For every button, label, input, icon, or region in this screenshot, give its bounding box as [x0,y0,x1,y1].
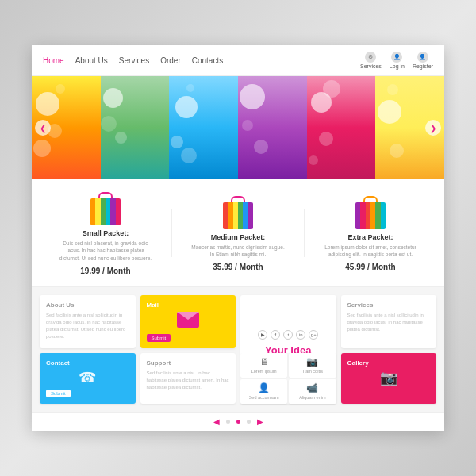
icon-mini-2[interactable]: 📷 Tiam coltis [289,353,336,378]
nav-services-icon[interactable]: ⚙ Services [360,52,382,69]
login-label: Log in [390,63,405,69]
bottom-nav: ◀ ▶ [32,412,444,431]
icon-mini-1[interactable]: 🖥 Lorem ipsum [240,353,287,378]
strip-4 [238,76,307,179]
social-icon-3[interactable]: t [283,330,293,340]
medium-packet-price: 35.99 / Month [213,263,263,271]
medium-packet-title: Medium Packet: [211,233,266,241]
about-card: About Us Sed facilisis ante a nisl solli… [40,295,136,348]
icon-mini-2-label: Tiam coltis [302,369,323,374]
support-title: Support [147,359,230,367]
register-label: Register [413,63,433,69]
contact-submit-button[interactable]: Submit [46,390,71,397]
nav-register-icon[interactable]: 👤 Register [413,52,433,69]
bottom-next-arrow[interactable]: ▶ [257,417,263,426]
services-title: Services [347,301,431,309]
hero-banner: ❮ [32,76,444,179]
gallery-title: Gallery [347,359,431,367]
bag-small-icon [90,190,121,225]
bottom-dot-3[interactable] [247,420,251,424]
about-title: About Us [46,301,129,309]
services-icon: ⚙ [365,52,376,63]
services-text: Sed facilisis ante a nisl sollicitudin i… [347,312,431,333]
gallery-card: Gallery 📷 [341,353,437,404]
extra-packet-desc: Lorem ipsum dolor sit amet, consectetur … [323,244,418,258]
navigation: Home About Us Services Order Contacts ⚙ … [32,45,444,76]
mail-submit-button[interactable]: Submit [147,334,171,342]
login-icon: 👤 [391,52,402,63]
social-icons: ▶ f t in g+ [258,330,318,340]
social-icon-2[interactable]: f [271,330,280,340]
nav-about[interactable]: About Us [75,56,108,65]
icons-row-card: 🖥 Lorem ipsum 📷 Tiam coltis 👤 Sed accums… [240,353,336,404]
bottom-prev-arrow[interactable]: ◀ [213,417,220,426]
hero-strips [32,76,444,179]
strip-2 [101,76,170,179]
icon-mini-3-label: Sed accumsam [249,395,279,400]
nav-links: Home About Us Services Order Contacts [43,56,360,65]
support-card: Support Sed facilisis ante a nisl. In ha… [140,353,236,404]
icon-mini-3-symbol: 👤 [258,382,270,393]
pricing-small: Small Packet: Duis sed nisl placerat, in… [40,190,171,274]
icon-mini-3[interactable]: 👤 Sed accumsam [240,379,287,404]
small-packet-price: 19.99 / Month [80,267,130,275]
nav-home[interactable]: Home [43,56,64,65]
strip-3 [169,76,238,179]
hero-prev-arrow[interactable]: ❮ [35,120,51,136]
icon-mini-2-symbol: 📷 [306,356,318,367]
pricing-extra: Extra Packet: Lorem ipsum dolor sit amet… [305,194,436,271]
nav-order[interactable]: Order [160,56,181,65]
small-packet-desc: Duis sed nisl placerat, in gravida odio … [58,240,153,261]
nav-contacts[interactable]: Contacts [192,56,223,65]
icon-mini-4-label: Aliquam enim [299,395,325,400]
nav-login-icon[interactable]: 👤 Log in [390,52,405,69]
register-icon: 👤 [417,52,428,63]
extra-packet-title: Extra Packet: [347,233,393,241]
hero-next-arrow[interactable]: ❯ [425,120,441,136]
about-text: Sed facilisis ante a nisl sollicitudin i… [46,312,129,340]
mail-icon [177,312,199,328]
icons-grid: 🖥 Lorem ipsum 📷 Tiam coltis 👤 Sed accums… [240,353,336,404]
contact-card: Contact ☎ Submit [40,353,136,404]
website-mockup: Home About Us Services Order Contacts ⚙ … [32,45,444,430]
bottom-dot-2[interactable] [236,420,240,424]
pricing-medium: Medium Packet: Maecenas mattis, nunc dig… [172,194,304,271]
mail-card: Mail Submit [140,295,236,348]
bag-medium-icon [223,194,253,229]
strip-5 [307,76,376,179]
icon-mini-4-symbol: 📹 [306,382,318,393]
gallery-icon: 📷 [347,369,431,386]
social-icon-1[interactable]: ▶ [258,330,267,340]
small-packet-title: Small Packet: [83,229,129,237]
icon-mini-1-label: Lorem ipsum [251,369,277,374]
nav-services[interactable]: Services [119,56,149,65]
contact-icon: ☎ [46,369,129,386]
social-icon-5[interactable]: g+ [309,330,318,340]
mail-title: Mail [147,301,230,309]
medium-packet-desc: Maecenas mattis, nunc dignissim augue. I… [190,244,286,258]
icon-mini-1-symbol: 🖥 [259,356,269,367]
icon-mini-4[interactable]: 📹 Aliquam enim [289,379,336,404]
services-card: Services Sed facilisis ante a nisl solli… [341,295,437,348]
bottom-dot-1[interactable] [226,420,230,424]
pricing-section: Small Packet: Duis sed nisl placerat, in… [32,179,444,286]
bottom-grid: About Us Sed facilisis ante a nisl solli… [32,287,444,412]
bag-extra-icon [355,194,386,229]
nav-right: ⚙ Services 👤 Log in 👤 Register [360,52,433,69]
social-icon-4[interactable]: in [296,330,305,340]
services-label: Services [360,63,382,69]
contact-title: Contact [46,359,129,367]
support-text: Sed facilisis ante a nisl. In hac habita… [147,370,230,391]
extra-packet-price: 45.99 / Month [345,263,395,271]
